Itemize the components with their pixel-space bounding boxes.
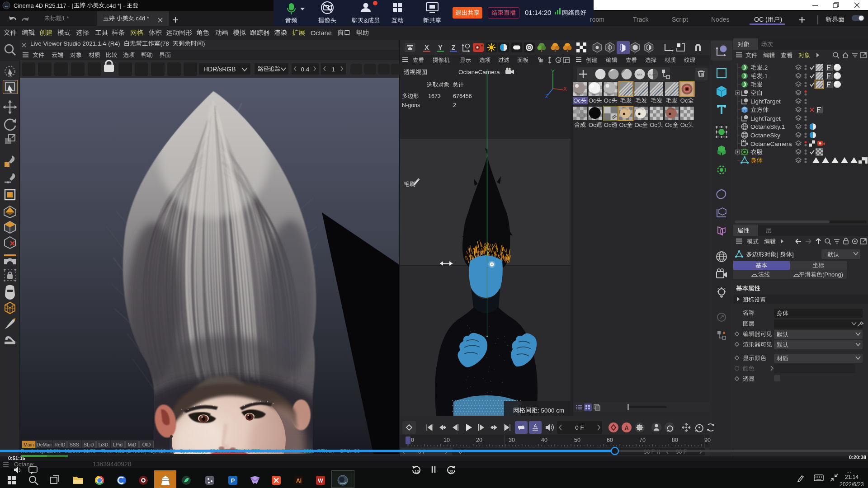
- svg-text:676456: 676456: [453, 93, 472, 99]
- svg-text:RefD: RefD: [55, 442, 66, 447]
- svg-text:2022/6/23: 2022/6/23: [840, 481, 864, 488]
- svg-text:MIX: MIX: [637, 73, 642, 76]
- svg-text:LightTarget: LightTarget: [750, 115, 781, 122]
- svg-text:13639440928: 13639440928: [93, 460, 132, 468]
- svg-text:OctaneSky: OctaneSky: [750, 132, 780, 139]
- svg-text:Oc: Oc: [573, 97, 581, 104]
- svg-text:.c4d *: .c4d *: [134, 15, 149, 22]
- svg-text:&: &: [364, 17, 368, 24]
- svg-text:OctaneSky.1: OctaneSky.1: [750, 123, 785, 130]
- svg-text:Oc: Oc: [589, 122, 596, 128]
- svg-text:Nodes: Nodes: [711, 16, 729, 23]
- svg-text:DeMair: DeMair: [37, 442, 52, 447]
- svg-text:(78: (78: [160, 40, 169, 47]
- svg-text:1: 1: [331, 66, 335, 73]
- svg-text:X: X: [563, 86, 567, 92]
- svg-text:LightTarget: LightTarget: [750, 98, 781, 105]
- svg-text:.1: .1: [763, 73, 768, 80]
- svg-text:Octane: Octane: [311, 29, 332, 37]
- svg-text:Z: Z: [452, 44, 456, 51]
- svg-text:90: 90: [704, 437, 711, 443]
- svg-text:OctaneCamera: OctaneCamera: [750, 141, 792, 147]
- svg-text:80: 80: [672, 437, 678, 443]
- svg-text:Oc: Oc: [650, 122, 657, 128]
- svg-text:HDR/sRGB: HDR/sRGB: [203, 66, 236, 73]
- svg-text:Main: Main: [24, 442, 34, 447]
- svg-text:Oc: Oc: [665, 122, 673, 128]
- svg-text:10: 10: [443, 437, 450, 443]
- svg-text:Cinema 4D R25.117 - [: Cinema 4D R25.117 - [: [14, 2, 73, 9]
- svg-text:OctaneCamera: OctaneCamera: [458, 69, 500, 75]
- svg-text:Li3D: Li3D: [99, 442, 108, 447]
- svg-text:40: 40: [541, 437, 547, 443]
- svg-text:A: A: [625, 425, 629, 431]
- svg-text:30: 30: [509, 437, 515, 443]
- svg-text:P: P: [231, 477, 235, 484]
- svg-text:70: 70: [639, 437, 646, 443]
- svg-text:←: ←: [4, 3, 9, 8]
- svg-text:Live Viewer Studio 2021.1.4-(R: Live Viewer Studio 2021.1.4-(R4): [30, 40, 120, 47]
- svg-text:0 F: 0 F: [575, 424, 584, 431]
- svg-text:LPid: LPid: [113, 442, 123, 447]
- svg-text:]: ]: [792, 251, 794, 258]
- svg-text:N-gons: N-gons: [402, 102, 420, 108]
- svg-text:): ): [780, 16, 783, 23]
- svg-text:): ): [203, 40, 205, 47]
- svg-text:21:14: 21:14: [845, 474, 859, 480]
- svg-text:Z: Z: [545, 93, 548, 99]
- svg-text:20: 20: [476, 437, 482, 443]
- svg-text:30: 30: [448, 469, 453, 474]
- svg-text:Oc: Oc: [634, 122, 642, 128]
- svg-text:0: 0: [411, 437, 414, 443]
- svg-text:SSS: SSS: [70, 442, 79, 447]
- svg-text:MiD: MiD: [128, 442, 137, 447]
- svg-text:SLiD: SLiD: [84, 442, 94, 447]
- svg-text:W: W: [318, 478, 323, 484]
- svg-text:[: [: [777, 251, 778, 258]
- svg-text:0.4: 0.4: [301, 66, 310, 73]
- svg-text:X: X: [425, 44, 429, 51]
- svg-text:.2: .2: [763, 64, 768, 71]
- svg-text:1673: 1673: [428, 93, 441, 99]
- svg-text:01:14:20: 01:14:20: [525, 9, 551, 16]
- svg-text:Y: Y: [551, 69, 555, 75]
- svg-text:BLEND: BLEND: [649, 73, 657, 76]
- svg-text:.c4d *] -: .c4d *] -: [105, 2, 125, 9]
- svg-text:A: A: [534, 423, 537, 428]
- svg-text:room: room: [590, 16, 604, 23]
- svg-text:50: 50: [574, 437, 580, 443]
- svg-text:Script: Script: [672, 16, 688, 23]
- svg-text:OC (: OC (: [754, 16, 768, 23]
- svg-text:...: ...: [846, 468, 851, 474]
- svg-text:1 *: 1 *: [62, 15, 69, 22]
- svg-text:10: 10: [415, 469, 419, 474]
- svg-text:Ai: Ai: [296, 478, 302, 484]
- svg-text:0:20:38: 0:20:38: [849, 455, 866, 460]
- svg-text:Oc: Oc: [604, 122, 612, 128]
- svg-text:60: 60: [607, 437, 613, 443]
- svg-text:OID: OID: [142, 442, 151, 447]
- svg-text:Track: Track: [633, 16, 649, 23]
- svg-text:Oc: Oc: [680, 97, 688, 104]
- svg-text:Oc: Oc: [680, 122, 688, 128]
- svg-text:: 5000 cm: : 5000 cm: [538, 407, 564, 414]
- svg-text:Oc: Oc: [619, 122, 627, 128]
- svg-text:Oc: Oc: [589, 97, 596, 104]
- svg-text:(Phong): (Phong): [822, 271, 843, 278]
- svg-text:Y: Y: [438, 44, 443, 51]
- svg-text:2: 2: [453, 102, 456, 108]
- svg-text:Oc: Oc: [604, 97, 612, 104]
